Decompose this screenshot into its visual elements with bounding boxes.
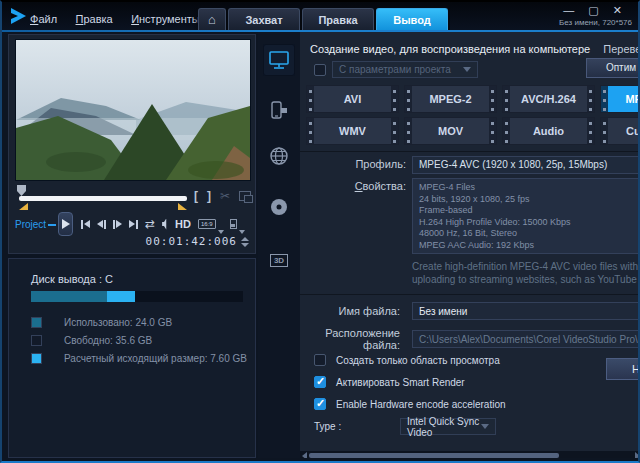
aspect-ratio-dropdown-icon[interactable]	[218, 230, 224, 234]
project-settings-select[interactable]: С параметрами проекта	[332, 61, 478, 78]
file-name-label: Имя файла:	[300, 305, 400, 317]
trim-bar: [ ] ✂	[15, 187, 251, 205]
file-name-input[interactable]: Без имени	[412, 302, 640, 320]
format-audio-button[interactable]: Audio	[502, 117, 595, 145]
encoder-type-select[interactable]: Intel Quick Sync Video	[400, 418, 496, 435]
aspect-ratio-button[interactable]: 16:9	[198, 219, 216, 229]
format-avi-button[interactable]: AVI	[306, 85, 399, 113]
tab-share[interactable]: Вывод	[376, 8, 448, 32]
repeat-button[interactable]: ⇄	[145, 217, 155, 231]
share-panel: Создание видео, для воспроизведения на к…	[300, 32, 640, 458]
same-as-project-row: С параметрами проекта	[314, 61, 478, 78]
free-swatch	[31, 335, 42, 346]
scroll-right-icon[interactable]	[635, 452, 640, 459]
mark-in-button[interactable]: [	[194, 189, 198, 203]
file-location-row: Расположение файла: C:\Users\Alex\Docume…	[300, 327, 640, 351]
format-description: Create high-definition MPEG-4 AVC video …	[412, 260, 640, 286]
legend-estimated: Расчетный исходящий размер: 7.60 GB	[31, 353, 247, 364]
legend-free: Свободно: 35.6 GB	[31, 335, 152, 346]
same-as-project-checkbox[interactable]	[314, 64, 326, 76]
share-title: Создание видео, для воспроизведения на к…	[310, 43, 590, 55]
preview-size-dropdown-icon[interactable]	[239, 230, 245, 234]
dest-3d-button[interactable]: 3D	[263, 244, 295, 276]
optimizer-button[interactable]: Оптим	[586, 58, 640, 78]
preview-range-option: Создать только область просмотра	[314, 354, 500, 366]
menu-tools[interactable]: Инструменты	[131, 13, 200, 25]
file-name-row: Имя файла: Без имени	[300, 302, 640, 320]
scrollbar-thumb[interactable]	[309, 453, 559, 458]
trim-start-handle[interactable]	[19, 200, 28, 210]
dest-device-button[interactable]	[263, 94, 295, 126]
hw-accel-checkbox[interactable]	[314, 398, 326, 410]
preview-range-checkbox[interactable]	[314, 354, 326, 366]
smart-render-label: Активировать Smart Render	[336, 377, 465, 388]
scrubber-track[interactable]	[19, 196, 187, 201]
prop-line: 48000 Hz, 16 Bit, Stereo	[419, 228, 640, 240]
minimize-button[interactable]: —	[563, 4, 576, 16]
file-location-input[interactable]: C:\Users\Alex\Documents\Corel VideoStudi…	[412, 330, 640, 348]
horizontal-scrollbar[interactable]	[300, 451, 640, 458]
tab-capture[interactable]: Захват	[228, 8, 300, 32]
3d-movie-icon: 3D	[270, 254, 288, 267]
document-title: Без имени, 720*576	[559, 18, 632, 27]
scroll-left-icon[interactable]	[302, 452, 307, 459]
home-tab-icon[interactable]: ⌂	[198, 8, 226, 32]
next-frame-button[interactable]	[113, 220, 122, 229]
split-clip-icon[interactable]: ✂	[220, 189, 230, 203]
output-destination-strip: 3D	[258, 32, 300, 458]
menu-edit[interactable]: Правка	[76, 13, 113, 25]
go-to-end-button[interactable]	[129, 220, 138, 229]
mark-out-button[interactable]: ]	[207, 189, 211, 203]
playhead-marker[interactable]	[17, 185, 26, 196]
workspace-tabs: ⌂ Захват Правка Вывод	[192, 8, 450, 32]
encoder-type-label: Type :	[314, 421, 400, 432]
videostudio-logo-icon	[10, 7, 28, 29]
close-button[interactable]: ✕	[613, 4, 624, 16]
format-mpeg2-button[interactable]: MPEG-2	[404, 85, 497, 113]
format-mpeg4-button[interactable]: MPEG-4	[600, 85, 640, 113]
format-custom-button[interactable]: Custom	[600, 117, 640, 145]
dest-disc-button[interactable]	[263, 192, 295, 224]
format-mov-button[interactable]: MOV	[404, 117, 497, 145]
section-divider	[300, 151, 640, 152]
file-location-label: Расположение файла:	[300, 327, 400, 351]
volume-button[interactable]	[162, 219, 168, 230]
output-disk-panel: Диск вывода : C Использовано: 24.0 GB Св…	[8, 258, 256, 458]
format-wmv-button[interactable]: WMV	[306, 117, 399, 145]
previous-frame-button[interactable]	[97, 220, 106, 229]
properties-label: Свойства:	[306, 180, 406, 192]
share-subtitle: Переведено для CWE	[603, 43, 640, 55]
encoder-type-row: Type : Intel Quick Sync Video	[314, 418, 496, 435]
trim-end-handle[interactable]	[178, 200, 187, 210]
computer-icon	[268, 50, 290, 70]
dest-web-button[interactable]	[263, 140, 295, 172]
hd-preview-toggle[interactable]: HD	[175, 218, 191, 230]
dest-computer-button[interactable]	[263, 44, 295, 76]
prop-line: H.264 High Profile Video: 15000 Kbps	[419, 217, 640, 229]
disk-used-segment	[31, 291, 107, 302]
maximize-button[interactable]: ▢	[588, 4, 600, 16]
go-to-start-button[interactable]	[81, 220, 90, 229]
video-preview[interactable]	[15, 39, 251, 181]
project-clip-toggle[interactable]: Project	[15, 219, 56, 230]
play-button[interactable]	[58, 212, 73, 236]
smart-render-checkbox[interactable]	[314, 376, 326, 388]
section-divider	[300, 294, 640, 295]
share-header: Создание видео, для воспроизведения на к…	[310, 43, 640, 55]
enlarge-window-icon[interactable]	[239, 191, 251, 201]
format-avc-h264-button[interactable]: AVC/H.264	[502, 85, 595, 113]
timecode-display[interactable]: 00:01:42:006	[146, 235, 237, 248]
preview-size-button[interactable]	[230, 219, 237, 229]
app-window: Файл Правка Инструменты Настройки ⌂ Захв…	[0, 0, 640, 463]
menu-file[interactable]: Файл	[30, 13, 57, 25]
timecode-stepper[interactable]	[241, 237, 249, 247]
tab-edit[interactable]: Правка	[302, 8, 374, 32]
disk-title: Диск вывода : C	[31, 273, 113, 285]
transport-controls: Project ⇄ HD 16:9	[15, 211, 251, 237]
profile-select[interactable]: MPEG-4 AVC (1920 x 1080, 25p, 15Mbps)	[412, 156, 640, 174]
used-swatch	[31, 317, 42, 328]
legend-used: Использовано: 24.0 GB	[31, 317, 172, 328]
globe-icon	[268, 145, 290, 167]
disc-icon	[268, 197, 290, 219]
start-render-button[interactable]: Н	[606, 358, 640, 380]
